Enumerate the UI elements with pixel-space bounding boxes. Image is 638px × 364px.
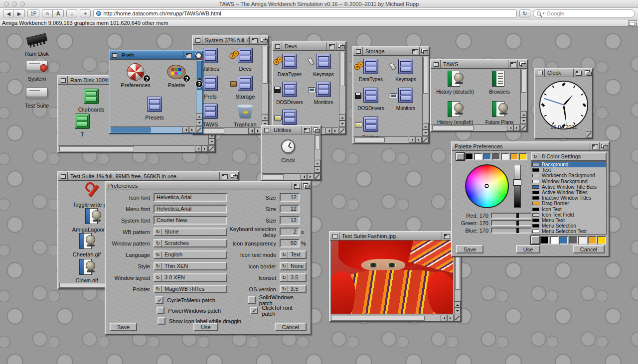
close-gadget[interactable]: [535, 69, 545, 77]
depth-gadget[interactable]: [336, 42, 345, 50]
zoom-gadget[interactable]: [249, 36, 259, 44]
list-item-workbench-background[interactable]: Workbench Background: [531, 173, 606, 178]
swatch-6[interactable]: [510, 153, 518, 160]
scroll-right-button[interactable]: [332, 127, 338, 134]
back-button[interactable]: ◀: [3, 9, 14, 17]
icon-palette-tool[interactable]: ? Palette: [159, 63, 194, 88]
scroll-up-button[interactable]: [520, 111, 527, 118]
color-settings-cycle[interactable]: ↻ 8 Color Settings: [531, 152, 607, 161]
desktop-icon-test-suite[interactable]: Test Suite: [19, 83, 55, 109]
screen-depth-gadget[interactable]: [628, 20, 637, 26]
scroll-left-button[interactable]: [195, 145, 201, 152]
window-titlebar[interactable]: Preferences: [106, 182, 311, 190]
list-item-icon-text[interactable]: Icon Text: [531, 207, 606, 212]
scroll-down-button[interactable]: [422, 129, 429, 136]
resize-gadget[interactable]: [586, 131, 592, 138]
scroll-down-button[interactable]: [208, 138, 215, 145]
scrollbar-thumb[interactable]: [432, 125, 474, 130]
cancel-button[interactable]: Cancel: [275, 323, 307, 331]
red-slider[interactable]: [491, 213, 532, 219]
swatch-b6[interactable]: [588, 236, 597, 244]
resize-gadget[interactable]: [454, 315, 461, 321]
menu-font-field[interactable]: Helvetica,Arial: [154, 205, 227, 213]
icon-clipboards[interactable]: Clipboards: [72, 87, 110, 113]
zoom-gadget[interactable]: [442, 232, 451, 240]
scrollbar-thumb[interactable]: [315, 135, 320, 149]
swatch-2[interactable]: [474, 153, 482, 160]
solidwindows-checkbox[interactable]: [248, 296, 256, 304]
cancel-button[interactable]: Cancel: [573, 245, 605, 253]
os-version-cycle[interactable]: ↻3.5: [280, 285, 307, 293]
icon-transparency-field[interactable]: 50: [280, 239, 300, 247]
resize-gadget[interactable]: [422, 136, 429, 143]
onepassword-button[interactable]: 1P: [27, 9, 39, 17]
swatch-b1[interactable]: [540, 236, 549, 244]
scroll-up-button[interactable]: [339, 114, 345, 121]
list-item-text[interactable]: Text: [531, 167, 606, 173]
scrollbar-thumb[interactable]: [340, 52, 345, 86]
blue-slider-thumb[interactable]: [516, 228, 519, 233]
use-button[interactable]: Use: [193, 323, 218, 331]
style-cycle[interactable]: ↻Thin XEN: [154, 262, 227, 270]
scroll-down-button[interactable]: [520, 118, 527, 124]
scroll-up-button[interactable]: [454, 301, 461, 308]
icon-future-plans[interactable]: Future Plans: [478, 100, 521, 125]
swatch-b2[interactable]: [550, 236, 559, 244]
scroll-left-button[interactable]: [325, 127, 332, 134]
zoom-gadget[interactable]: [508, 60, 517, 68]
scroll-left-button[interactable]: [441, 315, 447, 321]
swatch-1[interactable]: [465, 153, 474, 160]
window-pattern-cycle[interactable]: ↻Scratches: [154, 239, 227, 247]
icon-preferences-tool[interactable]: ? Preferences: [117, 63, 155, 88]
scrollbar-thumb[interactable]: [263, 174, 284, 179]
system-font-field[interactable]: Courier New: [154, 216, 227, 225]
zoom-gadget[interactable]: [326, 42, 336, 50]
brightness-slider-thumb[interactable]: [513, 179, 521, 186]
pointer-cycle[interactable]: ↻MagicWB HiRes: [154, 285, 227, 293]
use-button[interactable]: Use: [516, 245, 541, 253]
icon-monitors[interactable]: Monitors: [388, 86, 423, 111]
scrollbar-thumb[interactable]: [263, 46, 268, 84]
icon-dosdrivers[interactable]: DOSDrivers: [353, 86, 388, 111]
swatch-b7[interactable]: [597, 236, 606, 244]
depth-gadget[interactable]: [229, 172, 238, 180]
font-bigger-button[interactable]: A: [53, 9, 64, 17]
icon-devs-drawer[interactable]: Devs: [229, 46, 262, 72]
wb-pattern-cycle[interactable]: ↻Stone: [154, 228, 227, 236]
keyboard-delay-field[interactable]: 2: [280, 228, 300, 236]
swatch-7[interactable]: [519, 153, 527, 160]
brightness-slider[interactable]: [514, 165, 521, 208]
system-font-size-field[interactable]: 12: [280, 216, 300, 225]
vertical-scrollbar[interactable]: [262, 45, 268, 114]
reload-button[interactable]: ↻: [519, 9, 530, 17]
scrollbar-thumb[interactable]: [111, 127, 151, 132]
window-titlebar[interactable]: Devs: [273, 42, 345, 51]
list-item-active-window-title-bars[interactable]: Active Window Title Bars: [531, 184, 606, 190]
scroll-right-button[interactable]: [189, 126, 195, 133]
icon-keymaps[interactable]: Keymaps: [388, 57, 423, 82]
swatch-0[interactable]: [456, 153, 465, 160]
close-gadget[interactable]: [193, 36, 202, 44]
icon-history-english[interactable]: History (english): [432, 100, 478, 125]
swatch-3[interactable]: [483, 153, 491, 160]
scroll-right-button[interactable]: [415, 136, 422, 143]
close-gadget[interactable]: [273, 42, 282, 50]
scroll-left-button[interactable]: [248, 127, 255, 134]
scroll-down-button[interactable]: [339, 121, 345, 127]
horizontal-scrollbar[interactable]: [353, 136, 408, 143]
horizontal-scrollbar[interactable]: [262, 173, 300, 180]
scroll-right-button[interactable]: [513, 124, 520, 131]
search-input[interactable]: ▾ Google: [533, 9, 635, 17]
clicktofront-checkbox[interactable]: ✓: [250, 307, 258, 314]
cycletomenu-checkbox[interactable]: ✓: [156, 296, 163, 304]
icon-border-cycle[interactable]: ↻None: [280, 262, 307, 270]
icon-keymaps[interactable]: Keymaps: [307, 52, 340, 77]
zoom-gadget[interactable]: [302, 126, 311, 134]
scroll-right-button[interactable]: [201, 145, 208, 152]
depth-gadget[interactable]: [419, 47, 429, 55]
new-tab-button[interactable]: +: [80, 9, 91, 17]
horizontal-scrollbar[interactable]: [110, 126, 182, 133]
horizontal-scrollbar[interactable]: [431, 124, 506, 131]
swatch-4[interactable]: [492, 153, 500, 160]
swatch-b3[interactable]: [559, 236, 568, 244]
